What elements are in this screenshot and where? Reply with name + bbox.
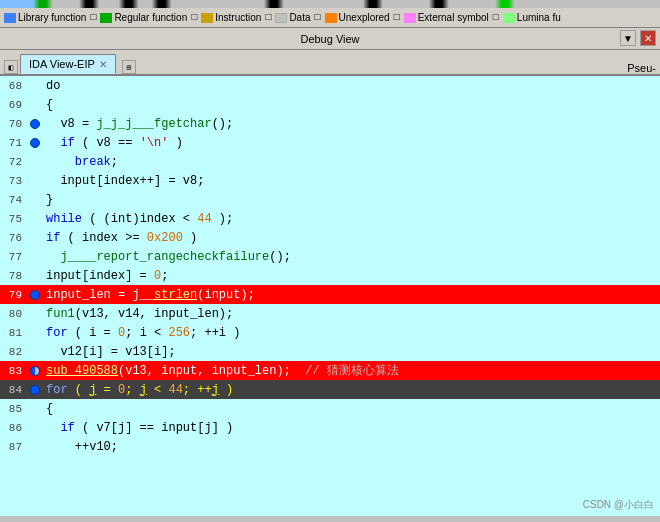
line-num-75: 75 <box>0 213 28 225</box>
code-72: break; <box>42 155 660 169</box>
line-num-77: 77 <box>0 251 28 263</box>
code-line-83: 83 sub_490588(v13, input, input_len); //… <box>0 361 660 380</box>
legend-lumina: Lumina fu <box>503 12 561 23</box>
code-line-69: 69 { <box>0 95 660 114</box>
code-85: { <box>42 402 660 416</box>
tab-ida-view-label: IDA View-EIP <box>29 58 95 70</box>
code-78: input[index] = 0; <box>42 269 660 283</box>
title-text: Debug View <box>300 33 359 45</box>
tab-close-icon[interactable]: ✕ <box>99 59 107 70</box>
code-68: do <box>42 79 660 93</box>
code-line-75: 75 while ( (int)index < 44 ); <box>0 209 660 228</box>
legend-data-label: Data <box>289 12 310 23</box>
line-num-81: 81 <box>0 327 28 339</box>
line-num-84: 84 <box>0 384 28 396</box>
code-83: sub_490588(v13, input, input_len); // 猜测… <box>42 362 660 379</box>
code-line-84: 84 for ( j = 0; j < 44; ++j ) <box>0 380 660 399</box>
legend-unexplored: Unexplored <box>325 12 390 23</box>
code-84: for ( j = 0; j < 44; ++j ) <box>42 383 660 397</box>
code-line-79: 79 input_len = j__strlen(input); <box>0 285 660 304</box>
close-button[interactable]: ✕ <box>640 30 656 46</box>
line-num-68: 68 <box>0 80 28 92</box>
line-num-73: 73 <box>0 175 28 187</box>
code-line-86: 86 if ( v7[j] == input[j] ) <box>0 418 660 437</box>
tab-bar: ◧ IDA View-EIP ✕ ⊞ Pseu- <box>0 50 660 76</box>
code-line-85: 85 { <box>0 399 660 418</box>
code-77: j____report_rangecheckfailure(); <box>42 250 660 264</box>
bp-dot-84 <box>30 385 40 395</box>
code-area[interactable]: 68 do 69 { 70 v8 = j_j_j___fgetchar(); 7… <box>0 76 660 516</box>
line-num-69: 69 <box>0 99 28 111</box>
tab-ida-view[interactable]: IDA View-EIP ✕ <box>20 54 116 74</box>
legend-instruction-color <box>201 13 213 23</box>
legend-regular: Regular function <box>100 12 187 23</box>
watermark: CSDN @小白白 <box>583 498 654 512</box>
code-80: fun1(v13, v14, input_len); <box>42 307 660 321</box>
line-num-83: 83 <box>0 365 28 377</box>
bp-70 <box>28 119 42 129</box>
legend-regular-color <box>100 13 112 23</box>
bp-dot-71 <box>30 138 40 148</box>
code-line-82: 82 v12[i] = v13[i]; <box>0 342 660 361</box>
bp-dot-70 <box>30 119 40 129</box>
bp-83 <box>28 366 42 376</box>
legend-unexplored-color <box>325 13 337 23</box>
line-num-80: 80 <box>0 308 28 320</box>
pseudo-tab-label[interactable]: Pseu- <box>627 62 656 74</box>
tab-nav-left[interactable]: ◧ <box>4 60 18 74</box>
code-line-74: 74 } <box>0 190 660 209</box>
legend-bar: Library function □ Regular function □ In… <box>0 8 660 28</box>
legend-instruction-label: Instruction <box>215 12 261 23</box>
legend-lumina-color <box>503 13 515 23</box>
code-line-68: 68 do <box>0 76 660 95</box>
line-num-87: 87 <box>0 441 28 453</box>
line-num-85: 85 <box>0 403 28 415</box>
legend-external-color <box>404 13 416 23</box>
legend-instruction: Instruction <box>201 12 261 23</box>
code-76: if ( index >= 0x200 ) <box>42 231 660 245</box>
code-line-72: 72 break; <box>0 152 660 171</box>
line-num-74: 74 <box>0 194 28 206</box>
line-num-76: 76 <box>0 232 28 244</box>
bp-71 <box>28 138 42 148</box>
legend-lumina-label: Lumina fu <box>517 12 561 23</box>
bp-dot-83 <box>30 366 40 376</box>
line-num-72: 72 <box>0 156 28 168</box>
code-70: v8 = j_j_j___fgetchar(); <box>42 117 660 131</box>
legend-data-color <box>275 13 287 23</box>
code-75: while ( (int)index < 44 ); <box>42 212 660 226</box>
bp-84 <box>28 385 42 395</box>
code-86: if ( v7[j] == input[j] ) <box>42 421 660 435</box>
legend-library-color <box>4 13 16 23</box>
code-line-80: 80 fun1(v13, v14, input_len); <box>0 304 660 323</box>
title-bar: Debug View ✕ ▼ <box>0 28 660 50</box>
code-82: v12[i] = v13[i]; <box>42 345 660 359</box>
legend-library: Library function <box>4 12 86 23</box>
tab-nav-right[interactable]: ⊞ <box>122 60 136 74</box>
line-num-78: 78 <box>0 270 28 282</box>
legend-data: Data <box>275 12 310 23</box>
minimize-button[interactable]: ▼ <box>620 30 636 46</box>
code-87: ++v10; <box>42 440 660 454</box>
code-74: } <box>42 193 660 207</box>
code-line-81: 81 for ( i = 0; i < 256; ++i ) <box>0 323 660 342</box>
legend-external: External symbol <box>404 12 489 23</box>
line-num-71: 71 <box>0 137 28 149</box>
line-num-70: 70 <box>0 118 28 130</box>
code-line-77: 77 j____report_rangecheckfailure(); <box>0 247 660 266</box>
legend-regular-label: Regular function <box>114 12 187 23</box>
legend-external-label: External symbol <box>418 12 489 23</box>
code-69: { <box>42 98 660 112</box>
code-81: for ( i = 0; i < 256; ++i ) <box>42 326 660 340</box>
line-num-79: 79 <box>0 289 28 301</box>
code-73: input[index++] = v8; <box>42 174 660 188</box>
code-line-87: 87 ++v10; <box>0 437 660 456</box>
code-line-71: 71 if ( v8 == '\n' ) <box>0 133 660 152</box>
code-line-73: 73 input[index++] = v8; <box>0 171 660 190</box>
line-num-82: 82 <box>0 346 28 358</box>
code-71: if ( v8 == '\n' ) <box>42 136 660 150</box>
line-num-86: 86 <box>0 422 28 434</box>
bp-dot-79 <box>30 290 40 300</box>
gradient-bar <box>0 0 660 8</box>
legend-library-label: Library function <box>18 12 86 23</box>
